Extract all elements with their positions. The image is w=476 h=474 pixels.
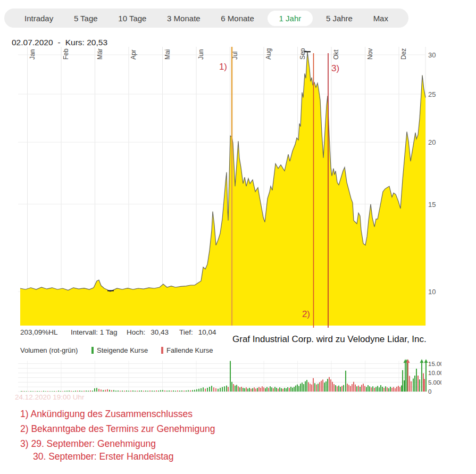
- month-label: Feb: [62, 48, 70, 60]
- volume-overflow-arrow-icon: [420, 359, 424, 363]
- price-axis-label: 10: [428, 288, 436, 296]
- price-chart[interactable]: 3025201510JanFebMärAprMaiJunJulAugSepOkt…: [0, 45, 441, 330]
- price-area: [20, 52, 425, 326]
- tab-1-jahr[interactable]: 1 Jahr: [268, 11, 313, 26]
- tab-5-jahre[interactable]: 5 Jahre: [319, 11, 360, 26]
- timestamp-watermark: 24.12.2020 19:00 Uhr: [15, 393, 85, 401]
- stat-high-label: Hoch:: [127, 328, 145, 336]
- volume-overflow-arrow-icon: [424, 359, 428, 363]
- tab-max[interactable]: Max: [366, 11, 396, 26]
- annotation-1: 1) Ankündigung des Zusammenschlusses: [20, 409, 193, 420]
- annotation-3: 3) 29. September: Genehmigung: [20, 438, 156, 450]
- month-label: Dez: [400, 48, 407, 60]
- legend-falling: Fallende Kurse: [161, 346, 213, 354]
- rising-bar-icon: [91, 347, 94, 354]
- month-label: Mär: [96, 48, 104, 60]
- merger-title: Graf Industrial Corp. wird zu Velodyne L…: [232, 334, 427, 345]
- annotation-3b: 30. September: Erster Handelstag: [33, 451, 174, 462]
- tab-6-monate[interactable]: 6 Monate: [213, 11, 262, 26]
- stat-low-label: Tief:: [179, 328, 193, 336]
- stock-chart-page: Intraday 5 Tage 10 Tage 3 Monate 6 Monat…: [0, 0, 476, 474]
- tab-intraday[interactable]: Intraday: [17, 11, 61, 26]
- month-label: Jun: [197, 49, 205, 60]
- volume-axis-label: 0: [428, 388, 431, 395]
- stat-high-value: 30,43: [151, 328, 169, 336]
- price-axis-label: 15: [428, 201, 436, 209]
- stat-hl: 203,09%HL: [20, 328, 58, 336]
- tab-10-tage[interactable]: 10 Tage: [111, 11, 154, 26]
- month-label: Okt: [332, 49, 340, 60]
- event-label-1: 1): [219, 62, 227, 72]
- legend-falling-label: Fallende Kurse: [166, 346, 213, 354]
- stat-low: Tief:10,04: [179, 328, 216, 336]
- month-label: Jan: [29, 49, 36, 60]
- month-label: Sep: [299, 48, 306, 60]
- tab-5-tage[interactable]: 5 Tage: [66, 11, 105, 26]
- month-label: Mai: [164, 49, 171, 60]
- period-tabbar: Intraday 5 Tage 10 Tage 3 Monate 6 Monat…: [4, 9, 408, 28]
- stat-interval: Intervall: 1 Tag: [71, 328, 118, 336]
- event-label-3: 3): [331, 63, 339, 73]
- volume-axis-label: 10.000.000: [428, 370, 441, 376]
- volume-axis-label: 5.000.000: [428, 379, 441, 386]
- price-axis-label: 25: [428, 90, 436, 98]
- month-label: Nov: [366, 48, 374, 60]
- month-label: Aug: [265, 48, 272, 60]
- event-label-2: 2): [302, 309, 310, 319]
- tab-3-monate[interactable]: 3 Monate: [160, 11, 208, 26]
- stat-high: Hoch:30,43: [127, 328, 169, 336]
- volume-legend-title: Volumen (rot-grün): [20, 346, 78, 354]
- legend-rising: Steigende Kurse: [91, 346, 148, 354]
- volume-axis-label: 15.000.000: [428, 361, 441, 367]
- stat-low-value: 10,04: [198, 328, 216, 336]
- legend-rising-label: Steigende Kurse: [97, 346, 148, 354]
- price-axis-label: 30: [428, 51, 436, 59]
- price-axis-label: 20: [428, 138, 436, 146]
- falling-bar-icon: [161, 347, 163, 354]
- month-label: Apr: [130, 49, 137, 60]
- annotation-2: 2) Bekanntgabe des Termins zur Genehmigu…: [20, 423, 215, 435]
